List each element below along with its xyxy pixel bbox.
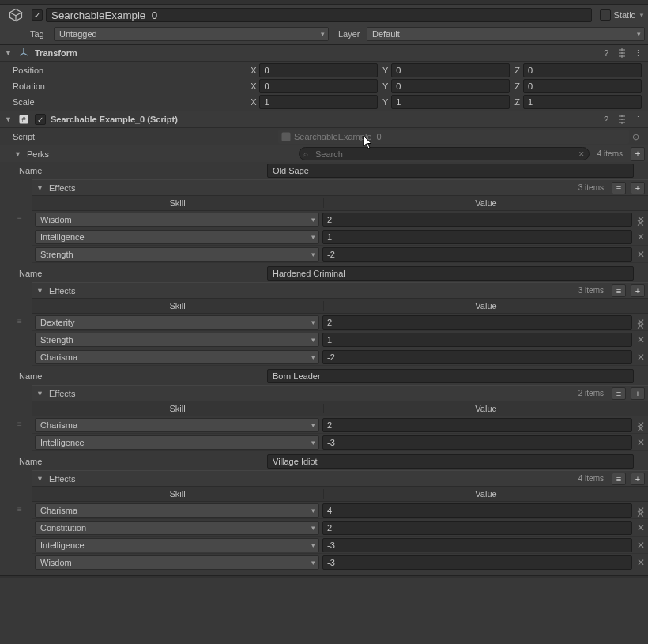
perk-name-input[interactable] <box>267 164 634 178</box>
perk-name-input[interactable] <box>267 266 634 281</box>
scale-z[interactable] <box>523 95 642 109</box>
perk-name-label: Name <box>19 371 264 381</box>
value-input[interactable] <box>322 350 632 364</box>
list-options-button[interactable]: ≡ <box>612 387 626 400</box>
clear-search-icon[interactable]: ✕ <box>578 150 585 158</box>
transform-header[interactable]: ▼ Transform ? ⋮ <box>0 44 648 62</box>
rotation-z[interactable] <box>523 79 642 93</box>
remove-effect-button[interactable]: ✕ <box>635 557 646 568</box>
value-input[interactable] <box>322 213 632 227</box>
skill-dropdown[interactable]: Dexterity <box>35 315 319 330</box>
drag-handle-icon[interactable]: ≡ <box>17 320 28 322</box>
perk-name-input[interactable] <box>267 369 634 383</box>
script-component-header[interactable]: ▼ # ✓ Searchable Example_0 (Script) ? ⋮ <box>0 111 648 128</box>
menu-icon[interactable]: ⋮ <box>632 114 643 125</box>
value-column-header: Value <box>324 301 648 311</box>
drag-handle-icon[interactable]: ≡ <box>17 217 28 220</box>
add-perk-button[interactable]: + <box>631 147 645 161</box>
rotation-x[interactable] <box>259 79 378 93</box>
effect-row: Constitution ✕ <box>32 519 648 537</box>
menu-icon[interactable]: ⋮ <box>632 47 643 58</box>
static-toggle[interactable]: Static ▼ <box>595 9 645 21</box>
drag-handle-icon[interactable]: ≡ <box>17 508 28 510</box>
value-input[interactable] <box>322 315 632 330</box>
foldout-icon[interactable]: ▼ <box>5 49 13 57</box>
skill-dropdown[interactable]: Charisma <box>35 418 319 432</box>
layer-dropdown[interactable]: Default <box>367 27 645 41</box>
value-input[interactable] <box>322 538 632 552</box>
preset-icon[interactable] <box>616 114 627 125</box>
preset-icon[interactable] <box>616 47 627 58</box>
scale-x[interactable] <box>259 95 378 109</box>
rotation-y[interactable] <box>391 79 510 93</box>
gameobject-icon[interactable] <box>3 6 28 24</box>
foldout-icon[interactable]: ▼ <box>36 475 44 483</box>
value-input[interactable] <box>322 230 632 244</box>
value-input[interactable] <box>322 418 632 432</box>
list-options-button[interactable]: ≡ <box>612 473 626 485</box>
effects-count: 4 items <box>575 474 607 483</box>
remove-perk-button[interactable]: ✕ <box>636 217 645 229</box>
skill-dropdown[interactable]: Charisma <box>35 503 319 518</box>
perk-item: Name ▼ Effects 2 items ≡ +Skill ValueCha… <box>0 367 648 453</box>
skill-dropdown[interactable]: Intelligence <box>35 435 319 450</box>
remove-effect-button[interactable]: ✕ <box>635 437 646 448</box>
static-checkbox[interactable] <box>600 9 611 21</box>
value-input[interactable] <box>322 555 632 570</box>
foldout-icon[interactable]: ▼ <box>5 115 13 123</box>
drag-handle-icon[interactable]: ≡ <box>17 423 28 425</box>
help-icon[interactable]: ? <box>601 47 612 58</box>
add-effect-button[interactable]: + <box>631 387 645 400</box>
position-label: Position <box>13 66 247 75</box>
skill-column-header: Skill <box>32 489 324 499</box>
add-effect-button[interactable]: + <box>631 182 645 194</box>
value-input[interactable] <box>322 503 632 518</box>
add-effect-button[interactable]: + <box>631 284 645 297</box>
remove-effect-button[interactable]: ✕ <box>635 540 646 551</box>
tag-dropdown[interactable]: Untagged <box>54 27 329 41</box>
perks-search-input[interactable] <box>315 149 575 159</box>
gameobject-enabled-checkbox[interactable]: ✓ <box>32 9 43 21</box>
value-input[interactable] <box>322 521 632 535</box>
skill-dropdown[interactable]: Intelligence <box>35 230 319 244</box>
scale-y[interactable] <box>391 95 510 109</box>
list-options-button[interactable]: ≡ <box>612 182 626 194</box>
value-input[interactable] <box>322 435 632 450</box>
position-y[interactable] <box>391 63 510 77</box>
remove-effect-button[interactable]: ✕ <box>635 334 646 345</box>
value-input[interactable] <box>322 247 632 262</box>
list-options-button[interactable]: ≡ <box>612 284 626 297</box>
remove-effect-button[interactable]: ✕ <box>635 522 646 533</box>
skill-dropdown[interactable]: Constitution <box>35 521 319 535</box>
value-column-header: Value <box>324 404 648 413</box>
remove-effect-button[interactable]: ✕ <box>635 352 646 363</box>
skill-dropdown[interactable]: Strength <box>35 333 319 347</box>
skill-dropdown[interactable]: Intelligence <box>35 538 319 552</box>
script-object-field[interactable]: SearchableExample_0 <box>278 130 629 144</box>
foldout-icon[interactable]: ▼ <box>36 287 44 295</box>
position-x[interactable] <box>259 63 378 77</box>
object-picker-icon[interactable]: ⊙ <box>629 130 642 143</box>
component-enabled-checkbox[interactable]: ✓ <box>35 114 46 125</box>
remove-perk-button[interactable]: ✕ <box>636 508 645 520</box>
remove-perk-button[interactable]: ✕ <box>636 423 645 435</box>
foldout-icon[interactable]: ▼ <box>36 390 44 397</box>
gameobject-name-field[interactable] <box>46 8 592 22</box>
value-input[interactable] <box>322 333 632 347</box>
remove-perk-button[interactable]: ✕ <box>636 320 645 332</box>
skill-dropdown[interactable]: Wisdom <box>35 555 319 570</box>
position-z[interactable] <box>523 63 642 77</box>
perk-name-input[interactable] <box>267 454 634 469</box>
perks-list: Name ▼ Effects 3 items ≡ +Skill ValueWis… <box>0 162 648 573</box>
skill-dropdown[interactable]: Strength <box>35 247 319 262</box>
foldout-icon[interactable]: ▼ <box>36 184 44 192</box>
remove-effect-button[interactable]: ✕ <box>635 249 646 260</box>
remove-effect-button[interactable]: ✕ <box>635 232 646 243</box>
help-icon[interactable]: ? <box>601 114 612 125</box>
skill-dropdown[interactable]: Charisma <box>35 350 319 364</box>
add-effect-button[interactable]: + <box>631 473 645 485</box>
perks-search[interactable]: ⌕ ✕ <box>299 147 590 160</box>
foldout-icon[interactable]: ▼ <box>14 150 22 158</box>
skill-dropdown[interactable]: Wisdom <box>35 213 319 227</box>
perk-name-label: Name <box>19 166 264 175</box>
